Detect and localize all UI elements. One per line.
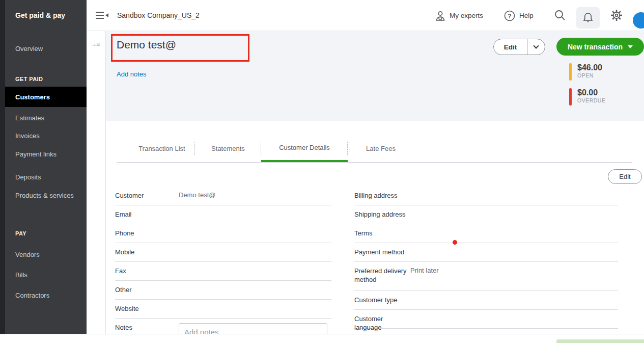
search-icon bbox=[554, 9, 566, 21]
sidebar-item-products-services[interactable]: Products & services bbox=[15, 192, 74, 199]
collapse-arrow-icon bbox=[105, 13, 108, 17]
sidebar-item-invoices[interactable]: Invoices bbox=[15, 132, 40, 140]
help-label: Help bbox=[519, 12, 534, 19]
expand-panel-icon[interactable]: →≡ bbox=[90, 40, 100, 48]
app-left-edge bbox=[0, 0, 5, 334]
my-experts-label: My experts bbox=[450, 12, 483, 19]
field-row-fax: Fax bbox=[115, 262, 331, 281]
search-button[interactable] bbox=[554, 9, 566, 21]
edit-split-button[interactable]: Edit bbox=[493, 39, 545, 55]
customer-page: Demo test@ Add notes Edit New transactio… bbox=[105, 31, 644, 334]
overdue-label: OVERDUE bbox=[577, 97, 605, 103]
sidebar-section-pay: PAY bbox=[15, 230, 26, 236]
details-left-column: Customer Demo test@ Email Phone Mobile F… bbox=[115, 187, 331, 343]
sidebar-item-bills[interactable]: Bills bbox=[15, 271, 27, 279]
customer-tabs: Transaction List Statements Customer Det… bbox=[129, 135, 414, 162]
field-label: Website bbox=[115, 304, 179, 313]
field-row-customer-language: Customer language bbox=[354, 310, 618, 329]
overdue-amount: $0.00 bbox=[577, 88, 605, 97]
help-button[interactable]: ? Help bbox=[504, 0, 534, 31]
settings-button[interactable] bbox=[610, 9, 623, 22]
company-name: Sandbox Company_US_2 bbox=[117, 11, 200, 19]
page-title: Demo test@ bbox=[117, 39, 176, 51]
gear-icon bbox=[610, 9, 623, 22]
field-label: Fax bbox=[115, 267, 179, 275]
sidebar-item-estimates[interactable]: Estimates bbox=[15, 114, 44, 122]
hamburger-icon bbox=[96, 12, 104, 19]
new-transaction-button[interactable]: New transaction bbox=[556, 38, 644, 56]
tab-transaction-list[interactable]: Transaction List bbox=[129, 135, 195, 162]
field-row-email: Email bbox=[115, 205, 331, 224]
sidebar: Get paid & pay Overview GET PAID Custome… bbox=[5, 0, 87, 334]
details-edit-button[interactable]: Edit bbox=[608, 169, 642, 184]
field-label: Customer bbox=[115, 191, 179, 200]
field-row-mobile: Mobile bbox=[115, 243, 331, 262]
avatar[interactable] bbox=[633, 12, 644, 29]
tabs-divider bbox=[117, 162, 632, 163]
notifications-button[interactable] bbox=[576, 7, 600, 29]
field-label: Email bbox=[115, 210, 179, 219]
sidebar-title: Get paid & pay bbox=[15, 11, 65, 19]
overdue-balance-bar bbox=[569, 88, 572, 105]
field-label: Terms bbox=[354, 229, 410, 238]
caret-down-icon bbox=[628, 45, 633, 48]
overdue-balance: $0.00 OVERDUE bbox=[569, 88, 605, 105]
tab-customer-details[interactable]: Customer Details bbox=[261, 135, 348, 162]
add-notes-link[interactable]: Add notes bbox=[117, 70, 147, 78]
open-balance-bar bbox=[569, 63, 572, 81]
field-label: Customer type bbox=[354, 296, 410, 304]
field-label: Preferred delivery method bbox=[354, 267, 410, 284]
sidebar-item-payment-links[interactable]: Payment links bbox=[15, 150, 57, 158]
open-amount: $46.00 bbox=[577, 63, 602, 72]
field-label: Mobile bbox=[115, 248, 179, 256]
bottom-strip bbox=[0, 334, 644, 343]
edit-dropdown-button[interactable] bbox=[527, 46, 545, 48]
field-label: Customer language bbox=[354, 314, 410, 332]
tab-late-fees[interactable]: Late Fees bbox=[348, 135, 414, 162]
bottom-green-sliver bbox=[556, 339, 644, 343]
tab-label: Transaction List bbox=[138, 145, 185, 152]
field-row-preferred-delivery-method: Preferred delivery method Print later bbox=[354, 262, 618, 291]
svg-text:?: ? bbox=[508, 12, 511, 19]
field-value: Demo test@ bbox=[179, 191, 215, 199]
field-label: Phone bbox=[115, 229, 179, 238]
edit-button-label[interactable]: Edit bbox=[494, 43, 527, 51]
field-row-website: Website bbox=[115, 300, 331, 319]
sidebar-item-vendors[interactable]: Vendors bbox=[15, 251, 40, 258]
sidebar-item-overview[interactable]: Overview bbox=[15, 45, 43, 52]
sidebar-item-deposits[interactable]: Deposits bbox=[15, 173, 41, 181]
field-label: Shipping address bbox=[354, 210, 410, 219]
field-row-customer: Customer Demo test@ bbox=[115, 187, 331, 205]
sidebar-collapse-icon[interactable] bbox=[96, 11, 109, 19]
field-row-terms: Terms bbox=[354, 224, 618, 243]
bell-icon bbox=[582, 12, 594, 24]
open-balance: $46.00 OPEN bbox=[569, 63, 602, 81]
field-label: Billing address bbox=[354, 191, 410, 200]
person-icon bbox=[435, 10, 445, 21]
field-row-billing-address: Billing address bbox=[354, 187, 618, 205]
tab-statements[interactable]: Statements bbox=[195, 135, 261, 162]
tab-label: Late Fees bbox=[366, 145, 396, 152]
new-transaction-label: New transaction bbox=[568, 43, 623, 51]
details-right-column: Billing address Shipping address Terms P… bbox=[354, 187, 618, 329]
field-value: Print later bbox=[410, 267, 439, 274]
field-row-shipping-address: Shipping address bbox=[354, 205, 618, 224]
chevron-down-icon bbox=[533, 43, 539, 48]
sidebar-item-contractors[interactable]: Contractors bbox=[15, 292, 49, 299]
field-label: Other bbox=[115, 285, 179, 294]
field-label: Notes bbox=[115, 323, 179, 332]
tab-label: Customer Details bbox=[279, 144, 330, 151]
field-row-customer-type: Customer type bbox=[354, 291, 618, 310]
topbar: Sandbox Company_US_2 My experts ? Help bbox=[87, 0, 644, 31]
sidebar-item-customers[interactable]: Customers bbox=[5, 87, 87, 107]
tab-label: Statements bbox=[211, 145, 245, 152]
help-icon: ? bbox=[504, 10, 515, 21]
my-experts-button[interactable]: My experts bbox=[435, 0, 483, 31]
field-row-payment-method: Payment method bbox=[354, 243, 618, 262]
field-row-other: Other bbox=[115, 281, 331, 300]
open-label: OPEN bbox=[577, 72, 602, 78]
field-row-phone: Phone bbox=[115, 224, 331, 243]
field-label: Payment method bbox=[354, 248, 410, 256]
sidebar-section-get-paid: GET PAID bbox=[15, 76, 43, 82]
